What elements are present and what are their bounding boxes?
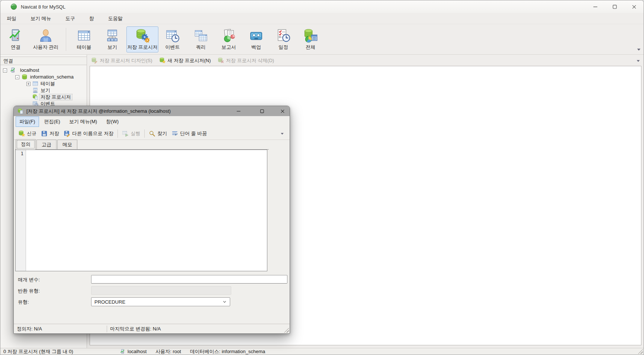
tree-item-localhost[interactable]: - localhost [0,67,87,74]
toolbar-label: 이벤트 [165,44,180,51]
toolbar-label: 전체 [306,44,315,51]
expand-toggle[interactable]: + [26,82,30,86]
find-button[interactable]: 찾기 [146,129,169,138]
editor-code-area[interactable] [26,150,267,271]
word-wrap-label: 단어 줄 바꿈 [180,130,207,137]
toolbar-events[interactable]: 이벤트 [158,26,187,52]
tree-item-label: 보기 [39,87,51,93]
new-procedure-icon [159,57,165,64]
toolbar-separator [66,28,66,51]
new-procedure-label: 새 저장 프로시저(N) [168,57,211,64]
dialog-menu-edit[interactable]: 편집(E) [41,116,64,127]
tree-item-tables[interactable]: + 테이블 [0,80,87,87]
toolbar-user-management[interactable]: 사용자 관리 [29,26,62,52]
tree-item-label: localhost [19,67,40,73]
run-button: 실행 [120,129,142,138]
titlebar: Navicat 8 for MySQL [0,0,644,13]
toolbar-connection[interactable]: 연결 [2,26,29,52]
menu-tools[interactable]: 도구 [60,14,81,23]
database-icon [22,74,28,80]
type-select[interactable]: PROCEDURE [91,297,230,306]
save-as-icon [64,130,70,137]
close-button[interactable] [624,0,644,13]
toolbar-views[interactable]: 보기 [98,26,126,52]
menu-window[interactable]: 창 [84,14,100,23]
tab-comment[interactable]: 메모 [57,140,77,149]
dialog-maximize-button[interactable] [255,106,270,116]
menu-file[interactable]: 파일 [1,14,22,23]
new-button[interactable]: 신규 [16,129,39,138]
dialog-titlebar[interactable]: [저장 프로시저] 새 저장 프로시저 @information_schema … [14,106,290,116]
toolbar-overflow-icon[interactable] [636,47,641,52]
toolbar-query[interactable]: 쿼리 [187,26,215,52]
user-management-icon [39,29,53,43]
tree-item-information-schema[interactable]: - information_schema [0,74,87,80]
dialog-menu-window[interactable]: 창(W) [102,116,122,127]
tab-advanced[interactable]: 고급 [36,140,57,149]
toolbar-label: 저장 프로시저 [127,44,158,51]
status-user: 사용자: root [155,349,181,355]
parameters-input[interactable] [91,275,287,284]
window-title: Navicat 8 for MySQL [21,4,65,10]
dialog-menubar: 파일(F) 편집(E) 보기 메뉴(M) 창(W) [14,116,290,127]
save-as-button[interactable]: 다른 이름으로 저장 [61,129,116,138]
toolbar-separator [144,129,145,138]
design-procedure-button: 저장 프로시저 디자인(S) [90,57,154,65]
toolbar-report[interactable]: 보고서 [215,26,242,52]
toolbar-all-objects[interactable]: 전체 [297,26,324,52]
toolbar-stored-procedures[interactable]: 저장 프로시저 [126,26,158,52]
menu-view[interactable]: 보기 메뉴 [25,14,57,23]
minimize-button[interactable] [586,0,605,13]
report-icon [222,29,236,43]
navicat-logo-icon [10,3,17,10]
save-button[interactable]: 저장 [39,129,61,138]
toolbar-label: 사용자 관리 [33,44,59,51]
minimize-icon [236,109,241,113]
table-icon [77,29,91,43]
toolbar-label: 백업 [251,44,261,51]
toolbar-label: 보고서 [222,44,236,51]
word-wrap-button[interactable]: 단어 줄 바꿈 [169,129,209,138]
toolbar-separator [117,129,118,138]
dialog-close-button[interactable] [275,106,290,116]
type-label: 유형: [18,299,29,306]
status-server: localhost [128,349,146,355]
new-icon [18,130,25,137]
maximize-icon [612,4,617,9]
dialog-toolbar: 신규 저장 다른 이름으로 저장 실행 찾기 단어 줄 바꿈 [14,127,290,140]
find-label: 찾기 [157,130,167,137]
dialog-minimize-button[interactable] [231,106,246,116]
backup-icon [249,29,263,43]
delete-procedure-icon [218,57,224,64]
toolbar-label: 보기 [107,44,117,51]
maximize-button[interactable] [605,0,624,13]
table-icon [32,81,38,87]
dialog-menu-file[interactable]: 파일(F) [16,116,39,127]
toolbar-label: 쿼리 [196,44,206,51]
dialog-title: [저장 프로시저] 새 저장 프로시저 @information_schema … [26,108,171,115]
resize-grip[interactable] [638,349,643,354]
object-toolbar-overflow-icon[interactable] [636,58,641,63]
navicat-window: Navicat 8 for MySQL 파일 보기 메뉴 도구 창 도움말 연결… [0,0,644,355]
toolbar-backup[interactable]: 백업 [242,26,270,52]
dialog-toolbar-overflow-icon[interactable] [280,131,284,136]
tree-item-label: 테이블 [39,81,56,87]
toolbar-schedule[interactable]: 일정 [270,26,297,52]
toolbar-tables[interactable]: 테이블 [70,26,98,52]
tab-definition[interactable]: 정의 [16,139,36,150]
dialog-menu-view[interactable]: 보기 메뉴(M) [65,116,101,127]
delete-procedure-label: 저장 프로시저 삭제(D) [226,57,274,64]
view-icon [32,87,38,93]
save-label: 저장 [49,130,59,137]
close-icon [632,4,637,9]
collapse-toggle[interactable]: - [15,75,19,79]
tree-item-stored-procedures[interactable]: 저장 프로시저 [0,94,87,100]
dialog-tabs: 정의 고급 메모 [15,140,269,150]
status-connection-info: localhost 사용자: root 데이터베이스: information_… [120,349,265,355]
new-procedure-button[interactable]: 새 저장 프로시저(N) [158,57,212,65]
collapse-toggle[interactable]: - [3,68,7,73]
toolbar-label: 연결 [11,44,20,51]
save-as-label: 다른 이름으로 저장 [72,130,113,137]
menu-help[interactable]: 도움말 [103,14,128,23]
tree-item-views[interactable]: 보기 [0,87,87,94]
